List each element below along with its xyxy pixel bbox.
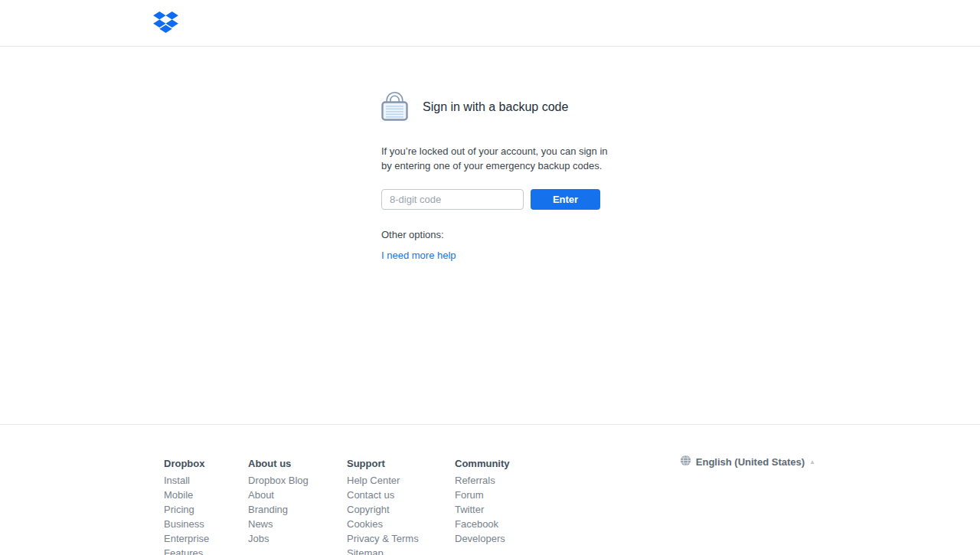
dropbox-logo-icon [153, 11, 178, 33]
footer-link[interactable]: News [248, 517, 347, 531]
description-line: If you’re locked out of your account, yo… [381, 144, 605, 158]
language-label: English (United States) [696, 456, 805, 468]
footer-link[interactable]: Install [164, 473, 248, 488]
footer-link[interactable]: Cookies [347, 517, 455, 531]
dropbox-logo[interactable] [153, 11, 178, 36]
footer-link[interactable]: Copyright [347, 502, 455, 517]
footer-column-title: Support [347, 456, 455, 471]
help-link[interactable]: I need more help [381, 250, 456, 261]
footer-link[interactable]: Privacy & Terms [347, 531, 455, 546]
footer-link[interactable]: Enterprise [164, 531, 248, 546]
footer: Dropbox InstallMobilePricingBusinessEnte… [153, 425, 827, 555]
footer-link[interactable]: Business [164, 517, 248, 531]
footer-link[interactable]: Twitter [455, 502, 570, 517]
footer-link[interactable]: Facebook [455, 517, 570, 531]
globe-icon [680, 455, 691, 469]
footer-link[interactable]: Help Center [347, 473, 455, 488]
footer-column-title: About us [248, 456, 347, 471]
other-options-label: Other options: [381, 229, 605, 240]
footer-column-support: Support Help CenterContact usCopyrightCo… [347, 456, 455, 555]
lock-icon [381, 90, 408, 124]
footer-link[interactable]: Sitemap [347, 546, 455, 555]
footer-link[interactable]: Mobile [164, 488, 248, 502]
footer-column-community: Community ReferralsForumTwitterFacebookD… [455, 456, 570, 555]
footer-column-dropbox: Dropbox InstallMobilePricingBusinessEnte… [164, 456, 248, 555]
footer-link[interactable]: Developers [455, 531, 570, 546]
main-section: Sign in with a backup code If you’re loc… [0, 47, 980, 425]
enter-button[interactable]: Enter [531, 189, 600, 210]
footer-link[interactable]: Pricing [164, 502, 248, 517]
footer-column-title: Community [455, 456, 570, 471]
backup-code-input[interactable] [381, 189, 524, 210]
footer-link[interactable]: About [248, 488, 347, 502]
footer-link[interactable]: Dropbox Blog [248, 473, 347, 488]
footer-link[interactable]: Contact us [347, 488, 455, 502]
chevron-up-icon: ▲ [809, 459, 815, 465]
language-selector[interactable]: English (United States) ▲ [680, 455, 815, 469]
page-title: Sign in with a backup code [423, 100, 568, 114]
footer-column-about-us: About us Dropbox BlogAboutBrandingNewsJo… [248, 456, 347, 555]
footer-link[interactable]: Features [164, 546, 248, 555]
footer-link[interactable]: Forum [455, 488, 570, 502]
footer-link[interactable]: Referrals [455, 473, 570, 488]
footer-link[interactable]: Branding [248, 502, 347, 517]
header [0, 0, 980, 47]
description: If you’re locked out of your account, yo… [381, 144, 605, 173]
description-line: by entering one of your emergency backup… [381, 158, 605, 173]
footer-link[interactable]: Jobs [248, 531, 347, 546]
footer-column-title: Dropbox [164, 456, 248, 471]
